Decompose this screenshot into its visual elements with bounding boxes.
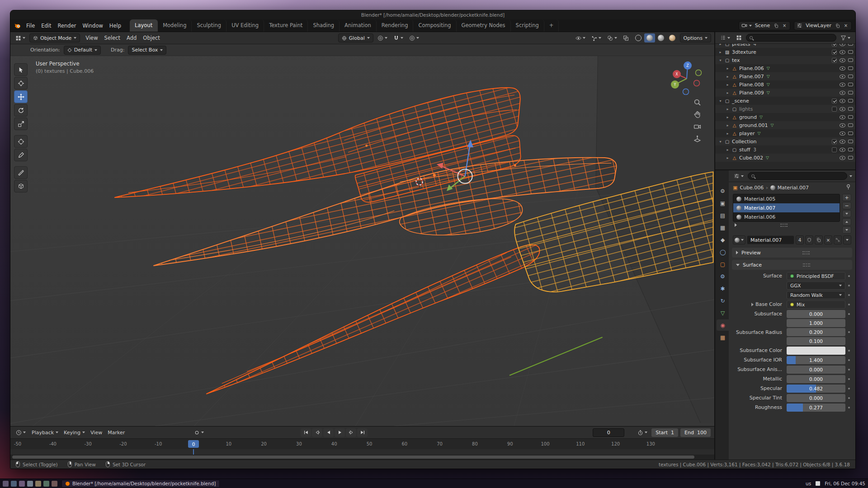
viewport-canvas[interactable]: Orientation: Default Drag: Select Box Us… xyxy=(10,44,714,426)
hide-eye-icon[interactable] xyxy=(840,44,845,46)
taskbar-app-icon[interactable] xyxy=(3,481,9,487)
breadcrumb-object[interactable]: Cube.006 xyxy=(740,185,764,191)
collection-checkbox[interactable] xyxy=(832,139,837,144)
breadcrumb-material[interactable]: Material.007 xyxy=(778,185,809,191)
new-scene-button[interactable] xyxy=(773,23,779,29)
snap-toggle-button[interactable] xyxy=(392,33,405,42)
value-slider[interactable]: 1.400 xyxy=(787,356,845,364)
expand-arrow-icon[interactable]: ▸ xyxy=(725,83,730,87)
material-specials-button[interactable] xyxy=(843,235,851,244)
disable-viewport-icon[interactable] xyxy=(848,91,853,94)
panel-grip-icon[interactable] xyxy=(803,263,810,267)
outliner-row[interactable]: ▸ ▢ presets 4 xyxy=(715,44,855,48)
vector-fields[interactable]: 1.0000.2000.100 xyxy=(787,319,845,345)
workspace-tab[interactable]: Animation xyxy=(340,19,377,32)
tool-transform[interactable] xyxy=(14,135,28,148)
animate-dot-icon[interactable] xyxy=(845,350,853,352)
options-dropdown[interactable]: Options xyxy=(680,33,711,42)
node-link-button[interactable]: Mix xyxy=(787,300,845,309)
hide-eye-icon[interactable] xyxy=(840,99,845,103)
disable-viewport-icon[interactable] xyxy=(848,140,853,143)
disable-viewport-icon[interactable] xyxy=(848,44,853,46)
animate-dot-icon[interactable] xyxy=(845,304,853,305)
user-count-button[interactable]: 4 xyxy=(796,235,804,244)
auto-keyframe-stopwatch-button[interactable] xyxy=(636,428,649,437)
expand-arrow-icon[interactable]: ▸ xyxy=(725,66,730,70)
hide-eye-icon[interactable] xyxy=(840,156,845,160)
blender-logo-icon[interactable] xyxy=(14,22,21,29)
object-name[interactable]: stuff xyxy=(739,147,750,153)
hide-eye-icon[interactable] xyxy=(840,50,845,54)
animate-dot-icon[interactable] xyxy=(845,397,853,399)
tool-rotate[interactable] xyxy=(14,104,28,117)
timeline-editor-type-button[interactable] xyxy=(14,428,28,437)
workspace-tab[interactable]: Geometry Nodes xyxy=(457,19,511,32)
remove-slot-button[interactable]: − xyxy=(842,202,851,209)
timeline-menu[interactable]: Marker xyxy=(105,429,127,436)
expand-arrow-icon[interactable]: ▸ xyxy=(725,115,730,119)
frame-end-field[interactable]: End100 xyxy=(680,428,711,437)
outliner-row[interactable]: ▸ △ ground.001 ▽ xyxy=(715,121,855,129)
outliner-row[interactable]: ▸ ▢ stuff 3 xyxy=(715,145,855,154)
viewlayer-selector[interactable]: ViewLayer × xyxy=(794,21,852,30)
hide-eye-icon[interactable] xyxy=(840,83,845,87)
material-slot[interactable]: Material.006 xyxy=(733,212,840,221)
viewport-menu[interactable]: Select xyxy=(101,33,123,42)
hide-eye-icon[interactable] xyxy=(840,131,845,136)
pivot-point-button[interactable] xyxy=(376,33,389,42)
shading-solid-button[interactable] xyxy=(644,33,655,42)
collection-checkbox[interactable] xyxy=(832,58,837,63)
taskbar-app-icon[interactable] xyxy=(27,481,33,487)
outliner-row[interactable]: ▾ ▢ tex xyxy=(715,56,855,64)
expand-arrow-icon[interactable]: ▸ xyxy=(718,44,723,46)
value-slider[interactable]: 0.000 xyxy=(787,366,845,374)
workspace-tab[interactable]: Shading xyxy=(308,19,340,32)
properties-search-input[interactable] xyxy=(757,174,844,179)
toggle-ortho-icon[interactable] xyxy=(693,135,701,143)
animate-dot-icon[interactable] xyxy=(845,275,853,277)
object-name[interactable]: tex xyxy=(732,57,740,63)
navigation-gizmo[interactable]: X Y Z xyxy=(669,60,704,95)
add-slot-button[interactable]: + xyxy=(842,194,851,201)
scene-selector[interactable]: Scene × xyxy=(739,21,791,30)
outliner-row[interactable]: ▸ △ Plane.009 ▽ xyxy=(715,89,855,97)
expand-arrow-icon[interactable] xyxy=(735,223,737,227)
properties-tab-tool[interactable]: ⚙ xyxy=(717,185,729,197)
move-slot-up-button[interactable] xyxy=(842,218,851,225)
disable-viewport-icon[interactable] xyxy=(848,58,853,62)
animate-dot-icon[interactable] xyxy=(845,359,853,361)
shading-material-button[interactable] xyxy=(656,33,666,42)
collection-checkbox[interactable] xyxy=(832,50,837,55)
animate-dot-icon[interactable] xyxy=(845,319,853,345)
show-gizmo-button[interactable] xyxy=(590,33,603,42)
shading-rendered-button[interactable] xyxy=(667,33,678,42)
browse-material-button[interactable] xyxy=(733,235,745,244)
topbar-menu[interactable]: File xyxy=(23,21,38,30)
surface-panel-header[interactable]: Surface xyxy=(732,260,852,270)
workspace-tab[interactable]: + xyxy=(544,19,559,32)
topbar-menu[interactable]: Edit xyxy=(38,21,54,30)
expand-arrow-icon[interactable]: ▸ xyxy=(725,148,730,152)
outliner-search[interactable] xyxy=(746,34,836,42)
object-name[interactable]: _scene xyxy=(732,98,749,104)
value-slider[interactable]: 0.000 xyxy=(787,394,845,402)
disable-viewport-icon[interactable] xyxy=(848,156,853,160)
unlink-scene-button[interactable]: × xyxy=(781,23,788,29)
enum-select[interactable]: Random Walk xyxy=(787,291,845,299)
resize-grip-icon[interactable] xyxy=(780,224,788,227)
jump-to-end[interactable] xyxy=(357,428,368,437)
disable-viewport-icon[interactable] xyxy=(848,99,853,103)
workspace-tab[interactable]: Rendering xyxy=(377,19,414,32)
timeline-ruler[interactable]: -50-40-30-20-100102030405060708090100110… xyxy=(10,438,714,449)
topbar-menu[interactable]: Window xyxy=(79,21,106,30)
move-slot-down-button[interactable] xyxy=(842,226,851,234)
tool-measure[interactable] xyxy=(14,166,28,179)
material-slot[interactable]: Material.007 xyxy=(733,203,840,212)
expand-arrow-icon[interactable]: ▸ xyxy=(718,50,723,54)
disable-viewport-icon[interactable] xyxy=(848,115,853,119)
expand-arrow-icon[interactable]: ▸ xyxy=(725,156,730,160)
hide-eye-icon[interactable] xyxy=(840,91,845,95)
frame-start-field[interactable]: Start1 xyxy=(651,428,678,437)
viewport-menu[interactable]: Add xyxy=(123,33,140,42)
collection-checkbox[interactable] xyxy=(832,107,837,112)
